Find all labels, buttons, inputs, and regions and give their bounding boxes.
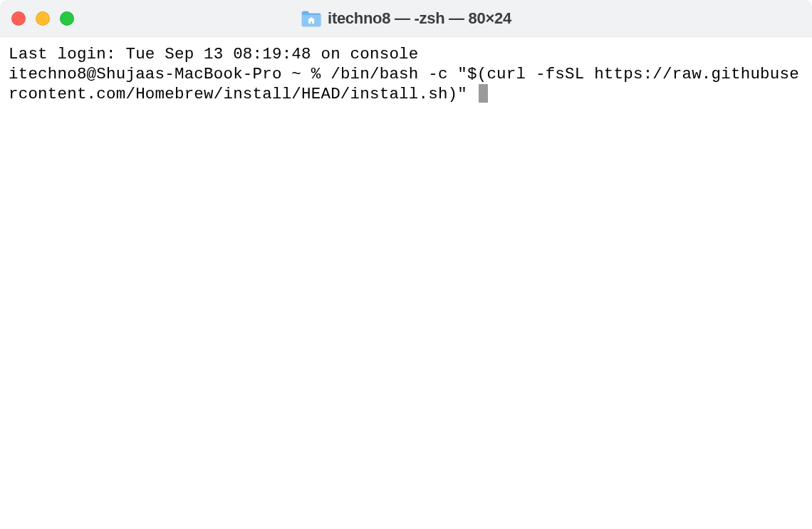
cursor xyxy=(479,84,488,103)
last-login-line: Last login: Tue Sep 13 08:19:48 on conso… xyxy=(9,44,803,64)
shell-prompt: itechno8@Shujaas-MacBook-Pro ~ % xyxy=(9,65,330,83)
terminal-window: itechno8 — -zsh — 80×24 Last login: Tue … xyxy=(0,0,812,529)
close-button[interactable] xyxy=(11,11,26,26)
traffic-lights xyxy=(11,11,74,26)
zoom-button[interactable] xyxy=(60,11,74,26)
folder-home-icon xyxy=(301,9,322,28)
titlebar[interactable]: itechno8 — -zsh — 80×24 xyxy=(0,0,812,37)
window-title: itechno8 — -zsh — 80×24 xyxy=(328,9,511,28)
title-container: itechno8 — -zsh — 80×24 xyxy=(301,9,511,28)
prompt-line: itechno8@Shujaas-MacBook-Pro ~ % /bin/ba… xyxy=(9,65,799,103)
minimize-button[interactable] xyxy=(36,11,50,26)
terminal-content[interactable]: Last login: Tue Sep 13 08:19:48 on conso… xyxy=(0,37,812,529)
